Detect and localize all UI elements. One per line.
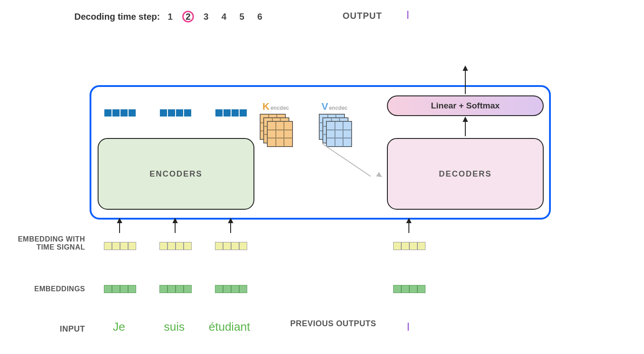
arrow-head-up [463,65,468,71]
encoder-out-vec-2 [159,109,192,117]
arrow-head-up [228,218,233,223]
time-step-3: 3 [200,11,212,22]
encoders-box: ENCODERS [98,138,254,210]
label-previous-outputs: PREVIOUS OUTPUTS [287,319,376,329]
k-symbol: K [262,101,270,112]
input-word-1: Je [113,320,125,334]
encoders-label: ENCODERS [150,169,202,179]
input-word-3: étudiant [209,320,250,334]
encoder-out-vec-3 [215,109,247,117]
label-input: INPUT [0,324,85,334]
embed-time-vec-1 [104,242,136,250]
arrow-stem [465,121,466,136]
arrow-head-up [463,117,468,122]
label-embeddings: EMBEDDINGS [0,285,85,293]
arrow-stem [175,222,176,233]
time-step-1: 1 [164,11,176,22]
linear-softmax-box: Linear + Softmax [387,95,544,116]
output-value: I [406,8,409,22]
input-word-2: suis [164,320,185,334]
arrow-stem [230,222,231,233]
output-label: OUTPUT [343,11,382,21]
label-embedding-time-signal: EMBEDDING WITH TIME SIGNAL [0,235,85,252]
v-subscript: encdec [329,105,348,111]
time-step-2-current: 2 [182,11,194,22]
embed-vec-2 [159,285,192,293]
embed-time-vec-2 [159,242,192,250]
arrow-stem [119,222,120,233]
k-subscript: encdec [270,105,289,111]
arrow-head-up [117,218,122,223]
encoder-out-vec-1 [104,109,136,117]
v-encdec-label: Vencdec [322,101,348,112]
v-symbol: V [322,101,328,112]
arrow-stem [465,70,466,94]
k-encdec-label: Kencdec [262,101,289,112]
arrow-head-up [172,218,178,223]
embed-vec-3 [215,285,247,293]
decoders-box: DECODERS [387,138,544,210]
time-step-4: 4 [218,11,230,22]
arrow-stem [408,222,409,233]
decoders-label: DECODERS [439,169,492,179]
encoder-output-vectors [104,109,247,117]
softmax-label: Linear + Softmax [431,101,500,111]
prev-output-word-1: I [407,320,410,334]
time-steps: 1 2 3 4 5 6 [164,11,266,22]
time-step-5: 5 [236,11,248,22]
embed-vec-decoder [393,285,425,293]
embed-time-vec-decoder [393,242,425,250]
time-step-6: 6 [254,11,266,22]
arrow-head-up [406,218,412,223]
embed-vec-1 [104,285,136,293]
diagram-canvas: Decoding time step: 1 2 3 4 5 6 OUTPUT I… [0,0,644,354]
embed-time-vec-3 [215,242,247,250]
time-step-label: Decoding time step: [74,12,160,22]
